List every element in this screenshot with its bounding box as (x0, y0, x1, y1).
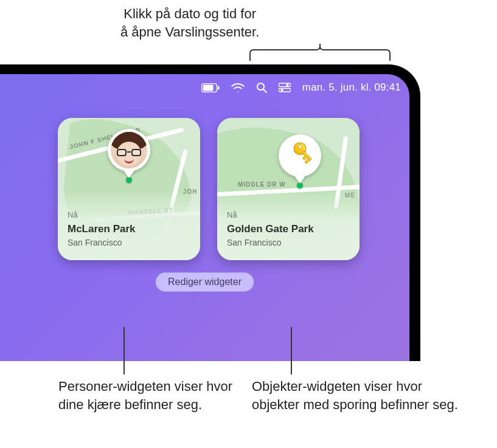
people-widget[interactable]: JOHN F SHELLEY DR MANSELL ST JOH (58, 118, 200, 260)
people-widget-title: McLaren Park (68, 223, 190, 235)
widgets-row: JOHN F SHELLEY DR MANSELL ST JOH (58, 118, 360, 260)
svg-rect-5 (279, 83, 291, 87)
menubar: man. 5. jun. kl. 09:41 (201, 77, 401, 98)
svg-rect-1 (203, 84, 213, 91)
items-widget-title: Golden Gate Park (227, 223, 350, 235)
annotation-lead-line-left (123, 327, 125, 374)
menubar-datetime[interactable]: man. 5. jun. kl. 09:41 (302, 81, 401, 94)
people-widget-info: Nå McLaren Park San Francisco (58, 188, 200, 260)
battery-icon[interactable] (201, 83, 220, 92)
items-widget-now: Nå (227, 210, 350, 219)
annotation-top: Klikk på dato og tid for å åpne Varsling… (120, 5, 259, 41)
people-widget-now: Nå (68, 210, 190, 219)
device-frame: man. 5. jun. kl. 09:41 JOHN F SHELLEY DR… (0, 64, 420, 361)
svg-point-8 (280, 89, 283, 91)
annotation-top-line2: å åpne Varslingssenter. (120, 23, 259, 41)
svg-rect-2 (218, 86, 219, 89)
annotation-bottom-right: Objekter-widgeten viser hvor objekter me… (252, 377, 459, 413)
annotation-lead-line-right (291, 327, 292, 374)
items-widget-subtitle: San Francisco (227, 238, 350, 247)
items-widget-info: Nå Golden Gate Park San Francisco (217, 188, 360, 260)
svg-rect-7 (279, 89, 291, 92)
items-widget[interactable]: MIDDLE DR W ME (217, 118, 360, 260)
spotlight-search-icon[interactable] (256, 82, 267, 93)
control-center-icon[interactable] (279, 83, 291, 92)
desktop-screen: man. 5. jun. kl. 09:41 JOHN F SHELLEY DR… (0, 74, 409, 361)
edit-widgets-button[interactable]: Rediger widgeter (155, 272, 254, 292)
wifi-icon[interactable] (231, 83, 245, 92)
svg-point-6 (286, 84, 288, 86)
road-label: MIDDLE DR W (238, 181, 286, 188)
people-widget-subtitle: San Francisco (68, 238, 190, 247)
svg-line-4 (263, 89, 266, 92)
annotation-top-bracket (249, 44, 391, 62)
annotation-bottom-left: Personer-widgeten viser hvor dine kjære … (58, 377, 235, 413)
annotation-top-line1: Klikk på dato og tid for (120, 5, 259, 23)
